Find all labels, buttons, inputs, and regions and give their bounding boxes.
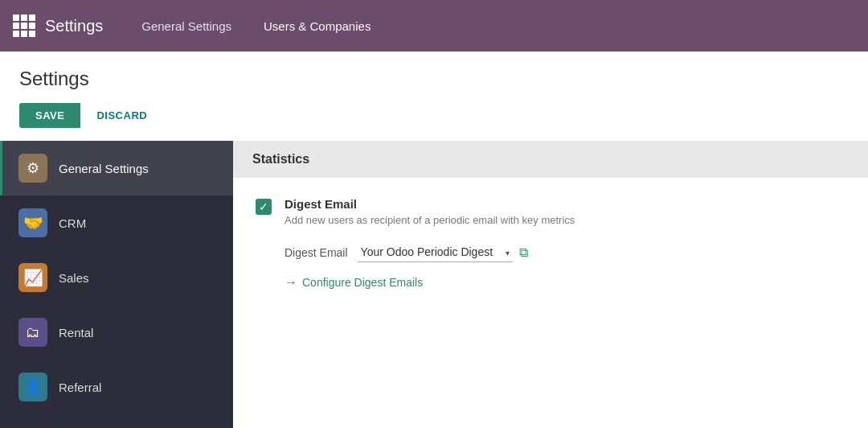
crm-icon: 🤝: [18, 208, 47, 237]
external-link-icon[interactable]: ⧉: [519, 245, 528, 260]
main-body: ⚙ General Settings 🤝 CRM 📈 Sales 🗂 Renta…: [0, 141, 868, 428]
nav-users-companies[interactable]: Users & Companies: [251, 13, 383, 39]
save-button[interactable]: SAVE: [19, 103, 80, 128]
digest-email-text: Digest Email Add new users as recipient …: [285, 197, 575, 226]
digest-email-description: Add new users as recipient of a periodic…: [285, 214, 575, 226]
sidebar-label-referral: Referral: [59, 381, 101, 394]
sidebar-item-referral[interactable]: 👤 Referral: [0, 360, 233, 414]
digest-field-label: Digest Email: [285, 246, 348, 259]
configure-digest-link[interactable]: → Configure Digest Emails: [256, 275, 845, 290]
page-title: Settings: [0, 51, 868, 97]
digest-email-checkbox[interactable]: ✓: [256, 199, 272, 215]
sidebar: ⚙ General Settings 🤝 CRM 📈 Sales 🗂 Renta…: [0, 141, 233, 428]
sidebar-label-rental: Rental: [59, 326, 93, 340]
top-nav-menu: General Settings Users & Companies: [129, 13, 383, 39]
content-area: Statistics ✓ Digest Email Add new users …: [233, 141, 868, 428]
configure-link-label: Configure Digest Emails: [302, 276, 423, 289]
sidebar-item-general-settings[interactable]: ⚙ General Settings: [0, 141, 233, 195]
sidebar-label-sales: Sales: [59, 271, 89, 285]
brand-label: Settings: [45, 17, 103, 35]
section-header-statistics: Statistics: [233, 141, 868, 178]
sidebar-label-crm: CRM: [59, 216, 86, 230]
digest-email-checkbox-wrap: ✓: [256, 199, 272, 215]
digest-email-field-row: Digest Email Your Odoo Periodic Digest ▾…: [256, 242, 845, 262]
discard-button[interactable]: DISCARD: [80, 103, 163, 128]
sidebar-label-general-settings: General Settings: [59, 162, 149, 175]
sidebar-item-crm[interactable]: 🤝 CRM: [0, 195, 233, 250]
nav-general-settings[interactable]: General Settings: [129, 13, 244, 39]
grid-icon[interactable]: [13, 14, 35, 37]
digest-select-wrapper: Your Odoo Periodic Digest ▾: [358, 242, 513, 262]
referral-icon: 👤: [18, 372, 47, 401]
arrow-right-icon: →: [285, 275, 297, 290]
gear-icon: ⚙: [18, 154, 47, 183]
top-nav: Settings General Settings Users & Compan…: [0, 0, 868, 51]
sidebar-item-rental[interactable]: 🗂 Rental: [0, 305, 233, 360]
checkmark-icon: ✓: [259, 201, 268, 212]
digest-email-setting-row: ✓ Digest Email Add new users as recipien…: [256, 197, 845, 226]
digest-email-select[interactable]: Your Odoo Periodic Digest: [358, 242, 513, 262]
digest-email-title: Digest Email: [285, 197, 575, 211]
sidebar-item-sales[interactable]: 📈 Sales: [0, 250, 233, 305]
app-brand: Settings: [13, 14, 103, 37]
rental-icon: 🗂: [18, 318, 47, 347]
section-body: ✓ Digest Email Add new users as recipien…: [233, 178, 868, 309]
sales-icon: 📈: [18, 263, 47, 292]
page-actions: SAVE DISCARD: [0, 97, 868, 141]
